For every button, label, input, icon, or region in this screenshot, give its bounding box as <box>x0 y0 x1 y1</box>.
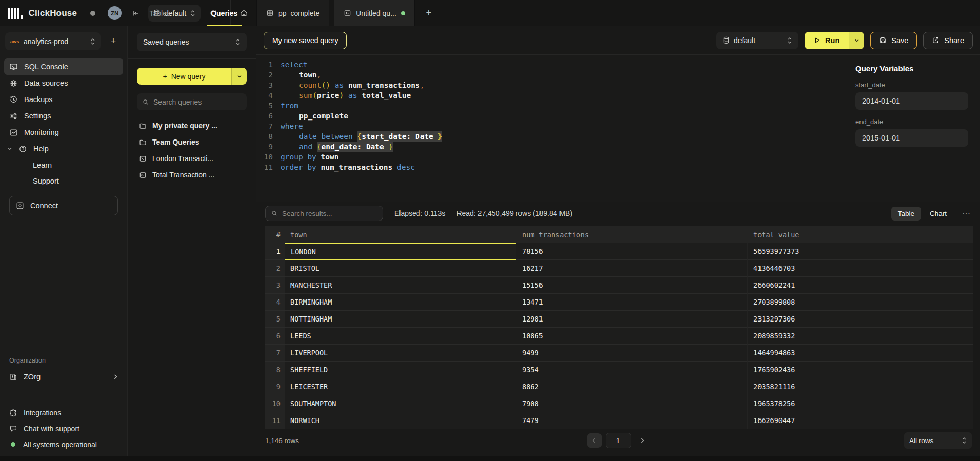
table-cell[interactable]: 56593977373 <box>748 243 973 260</box>
table-cell[interactable]: 1464994863 <box>748 345 973 362</box>
table-cell[interactable]: 7908 <box>516 395 748 412</box>
saved-query-list-item[interactable]: Team Queries <box>137 134 247 150</box>
table-cell[interactable]: 16217 <box>516 260 748 277</box>
table-cell[interactable]: LIVERPOOL <box>285 345 516 362</box>
avatar[interactable]: ZN <box>108 6 122 20</box>
database-select[interactable]: default <box>716 32 798 49</box>
table-cell[interactable]: 4136446703 <box>748 260 973 277</box>
new-query-caret-button[interactable] <box>231 68 247 85</box>
table-cell[interactable]: 2313297306 <box>748 311 973 328</box>
table-cell[interactable]: 13471 <box>516 294 748 311</box>
column-header[interactable]: # <box>265 226 285 243</box>
saved-query-list-item[interactable]: London Transacti... <box>137 150 247 167</box>
sidebar-item-sql-console[interactable]: SQL Console <box>4 58 123 75</box>
code-line[interactable]: 3 count() as num_transactions, <box>259 80 843 90</box>
save-button[interactable]: Save <box>870 32 917 49</box>
table-cell[interactable]: 12981 <box>516 311 748 328</box>
sidebar-item-learn[interactable]: Learn <box>8 157 119 173</box>
code-line[interactable]: 5from <box>259 101 843 111</box>
table-cell[interactable]: 10865 <box>516 328 748 345</box>
run-button[interactable]: Run <box>805 32 864 49</box>
code-line[interactable]: 11order by num_transactions desc <box>259 162 843 172</box>
table-cell[interactable]: NORWICH <box>285 412 516 429</box>
table-cell[interactable]: 8862 <box>516 378 748 395</box>
sql-editor[interactable]: 1select2 town,3 count() as num_transacti… <box>256 55 843 202</box>
table-cell[interactable]: 2703899808 <box>748 294 973 311</box>
table-cell[interactable]: 78156 <box>516 243 748 260</box>
sidebar-item-help[interactable]: Help <box>4 141 123 157</box>
new-query-button[interactable]: +New query <box>137 68 247 85</box>
new-tab-button[interactable]: + <box>420 5 437 22</box>
tab-pp-complete[interactable]: pp_complete <box>256 0 329 26</box>
run-options-caret-button[interactable] <box>849 32 864 49</box>
tab-untitled-query[interactable]: Untitled qu... <box>334 0 415 26</box>
sidebar-item-support[interactable]: Support <box>8 173 119 189</box>
table-cell[interactable]: 2089859332 <box>748 328 973 345</box>
code-line[interactable]: 8 date between {start_date: Date } <box>259 131 843 142</box>
table-cell[interactable]: MANCHESTER <box>285 277 516 294</box>
sidebar-item-integrations[interactable]: Integrations <box>4 405 123 420</box>
code-line[interactable]: 1select <box>259 59 843 70</box>
sidebar-item-monitoring[interactable]: Monitoring <box>4 124 123 141</box>
clickhouse-logo-icon[interactable] <box>8 8 23 19</box>
table-row: 8SHEFFIELD93541765902436 <box>265 362 973 378</box>
table-cell[interactable]: BIRMINGHAM <box>285 294 516 311</box>
table-cell[interactable]: LONDON <box>285 243 516 260</box>
table-cell[interactable]: 1662690447 <box>748 412 973 429</box>
tab-queries[interactable]: Queries <box>192 0 257 26</box>
current-page-button[interactable]: 1 <box>606 433 631 448</box>
code-line[interactable]: 10group by town <box>259 152 843 162</box>
sidebar-item-data-sources[interactable]: Data sources <box>4 75 123 91</box>
page-size-select[interactable]: All rows <box>904 432 972 449</box>
sidebar-item-backups[interactable]: Backups <box>4 91 123 108</box>
sidebar-item-chat-support[interactable]: Chat with support <box>4 420 123 436</box>
table-cell[interactable]: 2660602241 <box>748 277 973 294</box>
line-number: 6 <box>259 111 273 121</box>
table-cell[interactable]: SHEFFIELD <box>285 362 516 378</box>
table-cell[interactable]: 15156 <box>516 277 748 294</box>
table-cell[interactable]: LEICESTER <box>285 378 516 395</box>
results-search-input[interactable] <box>282 210 377 217</box>
organization-row[interactable]: ZOrg <box>4 368 123 386</box>
table-cell[interactable]: 1765902436 <box>748 362 973 378</box>
next-page-button[interactable] <box>635 433 650 448</box>
more-options-icon[interactable] <box>961 209 972 218</box>
start-date-input[interactable] <box>855 92 968 110</box>
table-cell[interactable]: SOUTHAMPTON <box>285 395 516 412</box>
column-header[interactable]: town <box>285 226 516 243</box>
code-line[interactable]: 4 sum(price) as total_value <box>259 90 843 101</box>
table-cell[interactable]: NOTTINGHAM <box>285 311 516 328</box>
saved-query-tab[interactable]: My new saved query <box>264 32 347 49</box>
previous-page-button[interactable] <box>587 433 602 448</box>
code-line[interactable]: 9 and {end_date: Date } <box>259 142 843 152</box>
code-line[interactable]: 2 town, <box>259 70 843 80</box>
saved-query-list-item[interactable]: My private query ... <box>137 117 247 134</box>
tab-tables[interactable]: Tables <box>128 0 192 26</box>
table-cell[interactable]: 9499 <box>516 345 748 362</box>
query-search-input[interactable] <box>153 98 246 106</box>
sidebar-item-system-status[interactable]: All systems operational <box>4 436 123 452</box>
table-cell[interactable]: 2035821116 <box>748 378 973 395</box>
connect-button[interactable]: Connect <box>9 196 118 215</box>
share-button[interactable]: Share <box>923 32 973 49</box>
table-cell[interactable]: LEEDS <box>285 328 516 345</box>
view-tab-chart[interactable]: Chart <box>923 207 953 221</box>
window-bottom-strip <box>0 456 980 461</box>
add-service-button[interactable]: + <box>105 33 122 50</box>
view-tab-table[interactable]: Table <box>891 207 921 221</box>
table-cell[interactable]: 1965378256 <box>748 395 973 412</box>
column-header[interactable]: num_transactions <box>516 226 748 243</box>
brand-zone: ClickHouse ZN <box>0 0 128 26</box>
code-line[interactable]: 7where <box>259 121 843 131</box>
saved-query-list-item[interactable]: Total Transaction ... <box>137 167 247 183</box>
sidebar-item-settings[interactable]: Settings <box>4 108 123 124</box>
workspace-select[interactable]: aws analytics-prod <box>5 32 101 50</box>
table-cell[interactable]: 7479 <box>516 412 748 429</box>
table-cell[interactable]: 9354 <box>516 362 748 378</box>
end-date-input[interactable] <box>855 129 968 147</box>
saved-queries-select[interactable]: Saved queries <box>137 33 247 51</box>
table-cell[interactable]: BRISTOL <box>285 260 516 277</box>
code-line[interactable]: 6 pp_complete <box>259 111 843 121</box>
footer-item-label: All systems operational <box>23 440 97 449</box>
column-header[interactable]: total_value <box>748 226 973 243</box>
